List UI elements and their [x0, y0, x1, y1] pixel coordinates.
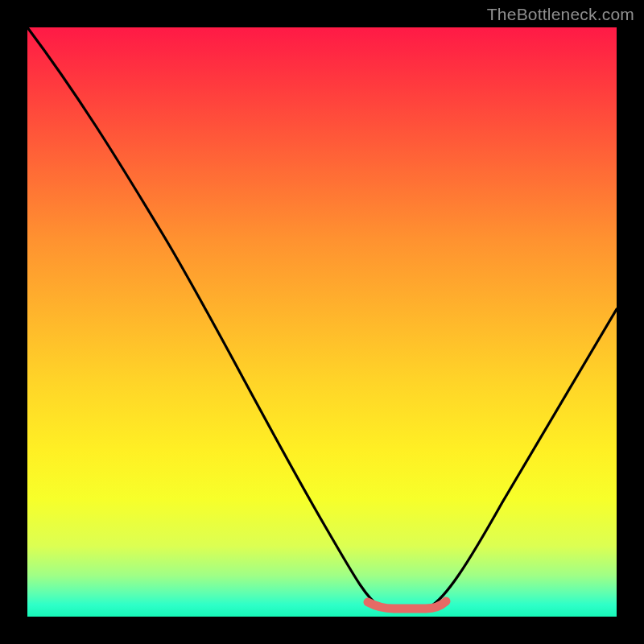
chart-frame: TheBottleneck.com [0, 0, 644, 644]
chart-plot-area [27, 27, 617, 617]
watermark-text: TheBottleneck.com [487, 5, 634, 24]
bottleneck-curve [27, 27, 617, 617]
curve-path [27, 27, 617, 607]
